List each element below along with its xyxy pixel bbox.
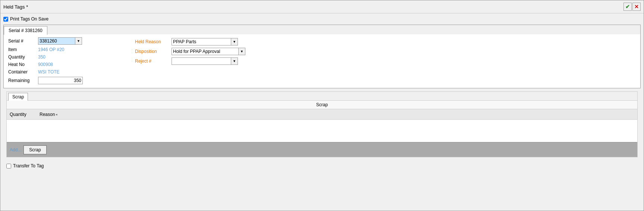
scrap-button[interactable]: Scrap — [23, 145, 46, 154]
main-content: Serial # 3381260 Serial # ▼ — [0, 23, 644, 173]
heat-label: Heat No — [8, 62, 38, 67]
scrap-table-header: Quantity Reason ◂ — [7, 109, 637, 120]
close-button[interactable]: ✕ — [632, 3, 641, 11]
scrap-title: Scrap — [7, 101, 637, 109]
scrap-tab[interactable]: Scrap — [8, 93, 28, 101]
serial-input-wrapper: ▼ — [38, 37, 82, 45]
right-held: Held Reason ▼ Disposition ▼ — [135, 37, 636, 86]
col-quantity-header: Quantity — [10, 112, 40, 117]
remaining-row: Remaining — [8, 77, 135, 84]
print-tags-label: Print Tags On Save — [10, 16, 48, 22]
disposition-wrapper: ▼ — [172, 48, 245, 55]
scrap-tabs: Scrap — [7, 92, 637, 101]
transfer-row: Transfer To Tag — [3, 160, 641, 171]
serial-dropdown-btn[interactable]: ▼ — [75, 37, 82, 45]
remaining-input[interactable] — [38, 77, 83, 84]
disposition-dropdown[interactable]: ▼ — [239, 48, 245, 55]
title-bar-buttons: ✔ ✕ — [623, 3, 641, 11]
left-form: Serial # ▼ Item 1946 OP #20 Quantity — [8, 37, 135, 86]
held-reason-label: Held Reason — [135, 38, 169, 45]
reject-label: Reject # — [135, 57, 169, 65]
title-bar: Held Tags * ✔ ✕ — [0, 0, 644, 13]
item-row: Item 1946 OP #20 — [8, 47, 135, 52]
item-value: 1946 OP #20 — [38, 47, 65, 52]
reject-dropdown[interactable]: ▼ — [231, 57, 238, 65]
disposition-label: Disposition — [135, 48, 169, 55]
container-label: Container — [8, 69, 38, 75]
held-reason-input[interactable] — [172, 38, 231, 45]
print-tags-checkbox[interactable] — [3, 17, 8, 22]
serial-tab[interactable]: Serial # 3381260 — [4, 26, 47, 35]
serial-input[interactable] — [38, 37, 75, 45]
transfer-label: Transfer To Tag — [13, 163, 44, 169]
tab-header: Serial # 3381260 — [4, 25, 640, 34]
reject-wrapper: ▼ — [172, 57, 238, 65]
held-reason-row: Held Reason ▼ — [135, 38, 636, 45]
heat-row: Heat No 900908 — [8, 62, 135, 67]
held-reason-dropdown[interactable]: ▼ — [231, 38, 238, 45]
quantity-value: 350 — [38, 54, 45, 60]
confirm-button[interactable]: ✔ — [623, 3, 632, 11]
form-held-wrapper: Serial # ▼ Item 1946 OP #20 Quantity — [4, 34, 640, 88]
item-label: Item — [8, 47, 38, 52]
held-reason-wrapper: ▼ — [172, 38, 238, 45]
disposition-input[interactable] — [172, 48, 239, 55]
reject-row: Reject # ▼ — [135, 57, 636, 65]
quantity-label: Quantity — [8, 54, 38, 60]
add-link[interactable]: Add... — [10, 147, 21, 152]
disposition-row: Disposition ▼ — [135, 48, 636, 55]
container-row: Container WSI TOTE — [8, 69, 135, 75]
title-bar-left: Held Tags * — [3, 4, 28, 10]
scrap-footer: Add... Scrap — [7, 142, 637, 157]
quantity-row: Quantity 350 — [8, 54, 135, 60]
print-checkbox-row: Print Tags On Save — [0, 13, 644, 23]
remaining-label: Remaining — [8, 78, 38, 83]
window-title: Held Tags * — [3, 4, 28, 10]
col-reason-header: Reason ◂ — [40, 112, 99, 117]
serial-row: Serial # ▼ — [8, 37, 135, 45]
sort-indicator: ◂ — [56, 113, 57, 116]
serial-label: Serial # — [8, 38, 38, 44]
serial-tab-container: Serial # 3381260 Serial # ▼ — [3, 25, 641, 88]
transfer-checkbox[interactable] — [6, 164, 11, 169]
reject-input[interactable] — [172, 57, 231, 65]
reason-label: Reason — [40, 112, 55, 117]
heat-value: 900908 — [38, 62, 53, 67]
container-value: WSI TOTE — [38, 69, 60, 75]
main-window: Held Tags * ✔ ✕ Print Tags On Save Seria… — [0, 0, 644, 211]
scrap-section: Scrap Scrap Quantity Reason ◂ Add... Scr… — [6, 91, 638, 157]
scrap-body — [7, 120, 637, 142]
